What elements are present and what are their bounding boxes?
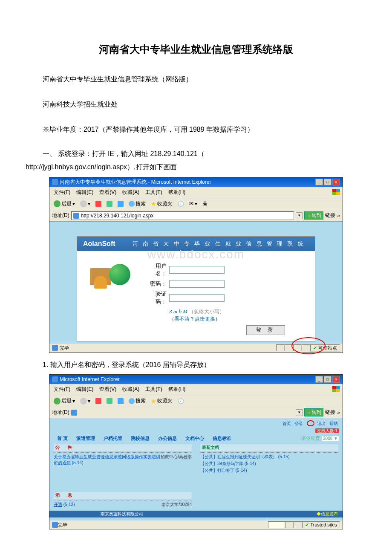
go-button[interactable]: → 转到 [304, 408, 323, 416]
refresh-icon [107, 201, 112, 207]
address-label: 地址(D) [52, 409, 69, 416]
doc-item[interactable]: 【公共】打印补丁 (5-14) [200, 467, 338, 474]
window-titlebar: 河南省大中专毕业生就业信息管理系统 - Microsoft Internet E… [49, 177, 343, 187]
forward-button[interactable]: ▾ [78, 199, 92, 208]
doc-item[interactable]: 【公共】往届生报到证遗失证明（样表） (5-15) [200, 454, 338, 460]
address-dropdown[interactable]: ▼ [296, 409, 303, 416]
zone-indicator: ✔ 可信站点 [310, 344, 340, 352]
forward-button[interactable]: ▾ [78, 397, 92, 405]
address-dropdown[interactable]: ▼ [296, 212, 303, 219]
menubar: 文件(F) 编辑(E) 查看(V) 收藏(A) 工具(T) 帮助(H) [49, 187, 343, 198]
menu-view[interactable]: 查看(V) [97, 385, 119, 394]
stop-button[interactable] [94, 397, 103, 405]
annotation-circle [307, 420, 314, 426]
year-select[interactable]: 2008 ▼ [322, 436, 339, 441]
close-button[interactable]: × [332, 179, 340, 185]
menu-favorites[interactable]: 收藏(A) [120, 188, 142, 197]
message-header: 消 息 [54, 492, 192, 499]
search-button[interactable]: 搜索 [127, 199, 147, 208]
history-button[interactable]: 🕗 [176, 397, 186, 405]
close-button[interactable]: × [332, 376, 340, 383]
message-item[interactable]: 开通 (5-12) 南京大学/10284 [54, 501, 192, 508]
link-logout[interactable]: 退出 [317, 421, 326, 426]
tab-standards[interactable]: 信息标准 [208, 434, 236, 442]
menu-file[interactable]: 文件(F) [51, 188, 73, 197]
footer-company: 南京奥蓝科技有限公司 [50, 511, 194, 517]
back-icon [54, 200, 61, 207]
link-home[interactable]: 首页 [282, 421, 291, 426]
paragraph-4a: 一、 系统登录：打开 IE，输入网址 218.29.140.121（ [43, 148, 366, 159]
tab-archive[interactable]: 户档托管 [99, 434, 127, 442]
menu-file[interactable]: 文件(F) [51, 385, 73, 394]
menu-tools[interactable]: 工具(T) [143, 385, 164, 394]
link-help[interactable]: 帮助 [329, 421, 338, 426]
screenshot-login-window: 河南省大中专毕业生就业信息管理系统 - Microsoft Internet E… [49, 177, 343, 353]
links-label[interactable]: 链接 [325, 212, 335, 219]
tab-dispatch[interactable]: 派遣管理 [72, 434, 99, 442]
stop-button[interactable] [94, 200, 103, 208]
password-input[interactable] [169, 280, 225, 288]
history-button[interactable]: 🕗 [176, 200, 186, 208]
go-button[interactable]: → 转到 [304, 211, 323, 220]
status-bar: 完毕 ✔ Trusted sites [49, 520, 343, 529]
tab-office[interactable]: 办公信息 [154, 434, 181, 442]
captcha-hint: （忽略大小写） [189, 309, 225, 315]
window-title: Microsoft Internet Explorer [60, 376, 120, 382]
window-title: 河南省大中专毕业生就业信息管理系统 - Microsoft Internet E… [60, 179, 211, 186]
menu-edit[interactable]: 编辑(E) [74, 385, 96, 394]
online-bar: 在线人数:1 [49, 428, 343, 434]
maximize-button[interactable]: □ [324, 376, 331, 383]
username-input[interactable] [169, 266, 225, 274]
home-button[interactable] [116, 200, 125, 208]
doc-item[interactable]: 【公共】39条形码字库 (5-14) [200, 460, 338, 467]
notice-item[interactable]: 关于举办省毕业生就业管理信息系统网络版操作实务培训班的通知 (5-14) 招就中… [54, 454, 192, 466]
menu-view[interactable]: 查看(V) [97, 188, 119, 197]
search-button[interactable]: 搜索 [127, 396, 147, 405]
check-icon: ✔ [313, 345, 317, 351]
address-bar: 地址(D) ▼ → 转到 链接 » [49, 407, 343, 418]
menu-edit[interactable]: 编辑(E) [74, 188, 96, 197]
docs-header: 最新文档 [200, 444, 338, 451]
minimize-button[interactable]: _ [315, 376, 323, 383]
footer-publish[interactable]: ◆信息发布 [194, 511, 342, 517]
captcha-input[interactable] [169, 294, 225, 302]
print-button[interactable]: 🖶 [201, 200, 209, 208]
links-label[interactable]: 链接 [325, 409, 335, 416]
mail-button[interactable]: ✉ ▾ [187, 200, 199, 208]
maximize-button[interactable]: □ [324, 179, 331, 185]
search-icon [129, 398, 135, 404]
home-button[interactable] [116, 397, 125, 405]
tab-school[interactable]: 院校信息 [127, 434, 154, 442]
stop-icon [95, 398, 101, 404]
back-button[interactable]: 后退 ▾ [52, 199, 77, 208]
captcha-image[interactable]: 3 m b M [169, 308, 187, 315]
address-input[interactable]: http://218.29.140.121/login.aspx [71, 211, 294, 220]
aolansoft-logo: AolanSoft [83, 240, 115, 248]
username-label: 用户名： [145, 262, 167, 278]
document-title: 河南省大中专毕业生就业信息管理系统络版 [26, 43, 366, 56]
favorites-button[interactable]: ★收藏夹 [149, 396, 174, 405]
status-cell [294, 521, 302, 528]
menu-help[interactable]: 帮助(H) [166, 385, 188, 394]
refresh-button[interactable] [105, 200, 114, 208]
back-button[interactable]: 后退 ▾ [52, 396, 77, 405]
tab-home[interactable]: 首 页 [53, 434, 72, 442]
page-icon [73, 213, 79, 219]
page-content: AolanSoft 河 南 省 大 中 专 毕 业 生 就 业 信 息 管 理 … [49, 222, 343, 343]
minimize-button[interactable]: _ [315, 179, 323, 185]
page-status-icon [52, 522, 58, 528]
favorites-button[interactable]: ★收藏夹 [149, 199, 174, 208]
page-icon [71, 410, 77, 416]
login-button[interactable]: 登 录 [246, 325, 285, 335]
notice-header: 公 告 [54, 444, 192, 451]
tab-docs[interactable]: 文档中心 [181, 434, 208, 442]
captcha-refresh-link[interactable]: （看不清？点击更换） [169, 315, 306, 323]
link-login[interactable]: 登录 [294, 421, 303, 426]
home-icon [118, 201, 124, 207]
menu-help[interactable]: 帮助(H) [166, 188, 188, 197]
menu-favorites[interactable]: 收藏(A) [120, 385, 142, 394]
toolbar: 后退 ▾ ▾ 搜索 ★收藏夹 🕗 ✉ ▾ 🖶 [49, 198, 343, 210]
menu-tools[interactable]: 工具(T) [143, 188, 164, 197]
address-label: 地址(D) [52, 212, 69, 219]
refresh-button[interactable] [105, 397, 114, 405]
